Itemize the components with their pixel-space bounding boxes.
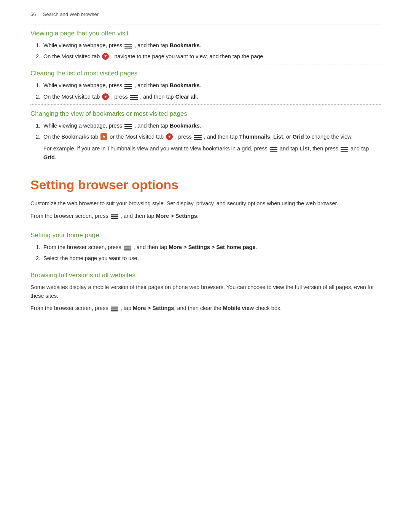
step-changing-2: On the Bookmarks tab or the Most visited…: [42, 133, 381, 162]
svg-rect-19: [341, 149, 348, 150]
section-clearing: Clearing the list of most visited pages …: [30, 64, 381, 101]
label-bookmarks-1: Bookmarks: [170, 42, 200, 48]
section-title-home-page: Setting your home page: [30, 226, 381, 243]
main-section-intro: Customize the web browser to suit your b…: [30, 199, 381, 208]
label-list-note: List: [299, 145, 309, 152]
main-section-instruction: From the browser screen, press , and the…: [30, 212, 381, 220]
svg-rect-14: [194, 139, 202, 140]
svg-rect-17: [270, 151, 277, 152]
label-bookmarks-3: Bookmarks: [170, 123, 200, 129]
svg-rect-18: [341, 147, 348, 148]
svg-rect-7: [130, 97, 138, 98]
label-grid-note: Grid: [43, 154, 55, 160]
label-thumbnails: Thumbnails: [239, 134, 270, 140]
svg-rect-1: [124, 46, 132, 47]
most-visited-icon-2: [102, 93, 109, 100]
section-title-viewing: Viewing a page that you often visit: [30, 24, 381, 41]
svg-rect-24: [124, 246, 131, 247]
label-more-settings-home: More > Settings > Set home page: [169, 244, 255, 250]
menu-icon: [124, 43, 132, 48]
label-more-settings: More > Settings: [156, 213, 197, 219]
section-title-browsing: Browsing full versions of all websites: [30, 266, 381, 283]
svg-rect-0: [124, 44, 132, 45]
step-clearing-1: While viewing a webpage, press , and the…: [42, 81, 381, 90]
label-clear-all: Clear all: [175, 94, 197, 100]
most-visited-icon-1: [102, 53, 109, 60]
svg-rect-28: [111, 308, 118, 310]
step-viewing-1: While viewing a webpage, press , and the…: [42, 41, 381, 50]
menu-icon-home-1: [124, 244, 131, 250]
menu-icon-main: [111, 213, 118, 219]
svg-rect-11: [124, 128, 132, 129]
browsing-instruction: From the browser screen, press , tap Mor…: [30, 304, 381, 312]
svg-rect-3: [124, 84, 132, 85]
svg-rect-5: [124, 88, 132, 89]
svg-rect-21: [111, 214, 118, 216]
menu-icon-changing-1: [124, 123, 132, 128]
most-visited-icon-3: [166, 133, 173, 140]
svg-rect-10: [124, 126, 132, 127]
step-clearing-2: On the Most visited tab , press , and th…: [42, 93, 381, 101]
svg-rect-22: [111, 216, 118, 217]
label-mobile-view: Mobile view: [223, 305, 254, 311]
section-title-clearing: Clearing the list of most visited pages: [30, 64, 381, 81]
menu-icon-browsing: [111, 305, 118, 311]
section-browsing-full: Browsing full versions of all websites S…: [30, 266, 381, 312]
page-number: 66: [30, 11, 36, 17]
svg-rect-8: [130, 99, 138, 100]
svg-rect-16: [270, 149, 277, 150]
svg-rect-29: [111, 310, 118, 312]
svg-rect-20: [341, 151, 348, 152]
browsing-intro: Some websites display a mobile version o…: [30, 283, 381, 300]
menu-icon-changing-2: [194, 134, 202, 139]
step-home-2: Select the home page you want to use.: [42, 254, 381, 263]
label-bookmarks-2: Bookmarks: [170, 82, 200, 88]
steps-changing: While viewing a webpage, press , and the…: [42, 121, 381, 162]
svg-rect-4: [124, 86, 132, 87]
steps-clearing: While viewing a webpage, press , and the…: [42, 81, 381, 101]
label-grid: Grid: [293, 134, 304, 140]
menu-icon-clearing-2: [130, 94, 138, 99]
svg-rect-12: [194, 135, 202, 136]
bookmarks-tab-icon: [100, 133, 107, 140]
svg-rect-25: [124, 248, 131, 249]
menu-icon-note-1: [270, 146, 277, 151]
steps-home-page: From the browser screen, press , and the…: [42, 243, 381, 263]
menu-icon-clearing-1: [124, 83, 132, 88]
section-home-page: Setting your home page From the browser …: [30, 226, 381, 263]
svg-rect-26: [124, 249, 131, 251]
label-list: List: [273, 134, 283, 140]
menu-icon-note-2: [341, 146, 348, 151]
section-title-changing: Changing the view of bookmarks or most v…: [30, 105, 381, 121]
step-home-1: From the browser screen, press , and the…: [42, 243, 381, 252]
svg-rect-13: [194, 137, 202, 138]
page-number-line: 66 Search and Web browser: [30, 11, 381, 17]
svg-rect-27: [111, 307, 118, 308]
svg-rect-6: [130, 95, 138, 96]
svg-rect-23: [111, 218, 118, 219]
step-changing-1: While viewing a webpage, press , and the…: [42, 121, 381, 130]
section-changing-view: Changing the view of bookmarks or most v…: [30, 105, 381, 162]
svg-rect-15: [270, 147, 277, 148]
step-viewing-2: On the Most visited tab , navigate to th…: [42, 52, 381, 61]
main-section-title: Setting browser options: [30, 177, 381, 192]
label-more-settings-browsing: More > Settings: [133, 305, 174, 311]
svg-rect-2: [124, 48, 132, 49]
section-viewing-page: Viewing a page that you often visit Whil…: [30, 24, 381, 61]
note-changing-view: For example, if you are in Thumbnails vi…: [43, 144, 381, 162]
steps-viewing: While viewing a webpage, press , and the…: [42, 41, 381, 61]
svg-rect-9: [124, 124, 132, 125]
chapter-title: Search and Web browser: [43, 11, 99, 17]
